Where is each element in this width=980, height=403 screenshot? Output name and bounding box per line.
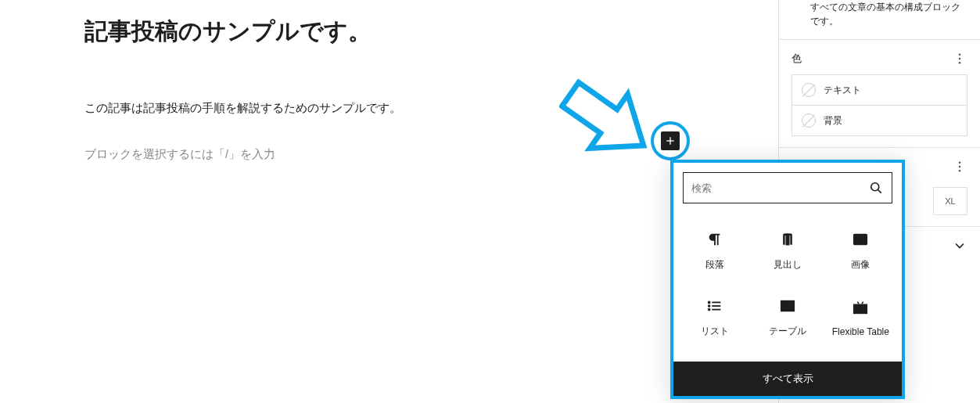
block-label: 段落 — [705, 258, 724, 272]
svg-point-22 — [959, 166, 961, 168]
block-item-list[interactable]: リスト — [680, 286, 749, 349]
block-label: 見出し — [774, 258, 802, 272]
block-item-heading[interactable]: 見出し — [752, 219, 822, 282]
block-label: テーブル — [769, 325, 806, 338]
svg-point-20 — [959, 62, 961, 64]
block-search-input[interactable] — [691, 182, 868, 194]
more-vertical-icon — [953, 52, 967, 66]
more-vertical-icon — [953, 160, 967, 174]
block-placeholder-text[interactable]: ブロックを選択するには「/」を入力 — [84, 147, 275, 162]
color-panel: 色 テキスト 背景 — [779, 39, 980, 147]
block-item-image[interactable]: 画像 — [826, 219, 896, 282]
list-icon — [705, 297, 724, 315]
search-icon — [868, 180, 884, 196]
block-label: 画像 — [851, 258, 870, 272]
svg-point-23 — [959, 170, 961, 172]
block-item-paragraph[interactable]: 段落 — [680, 219, 749, 282]
block-search-field[interactable] — [683, 172, 892, 203]
color-option-label: 背景 — [824, 114, 842, 128]
heading-icon — [778, 230, 797, 249]
paragraph-icon — [705, 230, 724, 249]
image-icon — [851, 230, 870, 249]
block-item-table[interactable]: テーブル — [752, 286, 822, 349]
color-text-option[interactable]: テキスト — [792, 74, 967, 106]
editor-canvas: 記事投稿のサンプルです。 この記事は記事投稿の手順を解説するためのサンプルです。… — [0, 0, 774, 403]
color-swatch-none-icon — [802, 113, 816, 128]
svg-point-18 — [959, 53, 961, 56]
block-label: リスト — [701, 325, 729, 338]
svg-point-19 — [959, 58, 961, 60]
view-all-button[interactable]: すべて表示 — [673, 362, 902, 396]
table-icon — [778, 297, 797, 315]
color-option-label: テキスト — [824, 84, 861, 97]
flex-table-icon — [851, 298, 870, 317]
color-panel-title: 色 — [792, 52, 802, 66]
color-background-option[interactable]: 背景 — [792, 106, 967, 136]
svg-point-0 — [871, 183, 879, 191]
block-grid: 段落 見出し 画像 リスト テーブル — [673, 213, 902, 362]
svg-point-9 — [708, 305, 709, 307]
post-paragraph[interactable]: この記事は記事投稿の手順を解説するためのサンプルです。 — [84, 101, 774, 116]
circle-annotation — [651, 121, 690, 160]
svg-point-8 — [708, 302, 709, 304]
svg-point-10 — [708, 309, 709, 311]
color-swatch-none-icon — [802, 83, 816, 97]
color-panel-more-button[interactable] — [952, 51, 967, 67]
block-description: すべての文章の基本の構成ブロックです。 — [779, 0, 980, 39]
typography-panel-more-button[interactable] — [952, 159, 967, 175]
block-inserter-popup: 段落 見出し 画像 リスト テーブル — [670, 160, 905, 399]
font-size-xl-button[interactable]: XL — [933, 187, 967, 215]
chevron-down-icon — [952, 238, 967, 254]
svg-point-21 — [959, 161, 961, 164]
arrow-annotation — [559, 74, 661, 164]
block-item-flexible-table[interactable]: Flexible Table — [826, 286, 896, 349]
post-title[interactable]: 記事投稿のサンプルです。 — [84, 16, 774, 48]
svg-line-1 — [878, 190, 881, 193]
block-label: Flexible Table — [832, 326, 889, 337]
